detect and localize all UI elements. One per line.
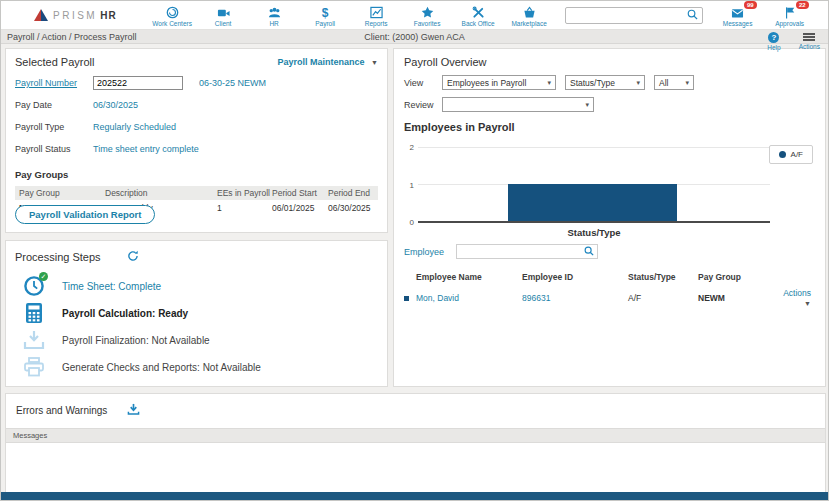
brand-hr: HR [100, 10, 116, 21]
view-select-grouping[interactable]: Status/Type▾ [565, 75, 645, 90]
employee-table-header: Employee Name Employee ID Status/Type Pa… [404, 272, 815, 282]
nav-item-hr[interactable]: HR [249, 4, 300, 27]
employee-search-input[interactable] [460, 247, 584, 257]
pay-date-label: Pay Date [15, 100, 93, 110]
nav-label: Marketplace [511, 20, 546, 27]
step-label: Generate Checks and Reports: Not Availab… [62, 362, 261, 373]
legend-dot [779, 151, 786, 158]
help-button[interactable]: ? Help [767, 32, 780, 51]
errors-warnings-panel: Errors and Warnings Messages [5, 393, 826, 493]
nav-item-work-centers[interactable]: Work Centers [147, 4, 198, 27]
gridline [418, 147, 770, 148]
brand-prism: PRISM [53, 10, 97, 21]
nav-item-back-office[interactable]: Back Office [453, 4, 504, 27]
favorites-star-icon [421, 6, 434, 19]
nav-label: Reports [365, 20, 388, 27]
help-icon: ? [768, 32, 779, 43]
nav-item-favorites[interactable]: Favorites [402, 4, 453, 27]
hamburger-icon [803, 32, 815, 42]
approvals-flag-icon [784, 6, 796, 19]
profile-button[interactable]: Profile [821, 4, 829, 27]
chevron-down-icon: ▾ [585, 101, 589, 109]
work-centers-icon [166, 6, 179, 19]
nav-item-client[interactable]: Client [198, 4, 249, 27]
employee-name-link[interactable]: Mon, David [416, 293, 522, 303]
payroll-status-label: Payroll Status [15, 144, 93, 154]
check-icon: ✓ [39, 272, 48, 281]
payroll-number-suffix: 06-30-25 NEWM [199, 78, 266, 88]
employee-row: Mon, David 896631 A/F NEWM Actions ▼ [404, 288, 815, 308]
actions-menu-button[interactable]: Actions [799, 32, 820, 51]
printer-icon [21, 356, 47, 378]
nav-label: Payroll [315, 20, 335, 27]
row-actions-menu[interactable]: Actions ▼ [770, 288, 815, 308]
prismhr-triangle-icon [34, 9, 48, 21]
errors-warnings-title: Errors and Warnings [16, 405, 107, 416]
primary-nav: Work Centers Client HR $ Payroll Reports… [147, 4, 555, 27]
global-search-input[interactable] [570, 10, 687, 20]
marketplace-basket-icon [523, 6, 536, 19]
nav-label: Work Centers [152, 20, 192, 27]
payroll-overview-title: Payroll Overview [404, 56, 815, 68]
y-tick: 0 [404, 218, 414, 227]
nav-label: Messages [723, 20, 753, 27]
column-header: Period End [328, 188, 386, 198]
payroll-number-link[interactable]: Payroll Number [15, 78, 93, 88]
chevron-down-icon: ▾ [547, 79, 551, 87]
nav-label: Client [215, 20, 232, 27]
approvals-button[interactable]: 22 Approvals [769, 4, 811, 27]
step-time-sheet[interactable]: ✓ Time Sheet: Complete [15, 279, 378, 293]
actions-label: Actions [799, 43, 820, 50]
search-icon[interactable] [584, 246, 594, 258]
nav-item-payroll[interactable]: $ Payroll [300, 4, 351, 27]
messages-button[interactable]: 99 Messages [717, 4, 759, 27]
refresh-icon[interactable] [127, 248, 139, 266]
chart-title: Employees in Payroll [404, 121, 815, 133]
footer-bar [1, 492, 828, 500]
breadcrumb: Payroll / Action / Process Payroll [7, 32, 137, 42]
chart-x-axis-label: Status/Type [418, 227, 770, 238]
payroll-validation-report-button[interactable]: Payroll Validation Report [15, 205, 155, 224]
nav-item-marketplace[interactable]: Marketplace [504, 4, 555, 27]
chevron-down-icon: ▾ [685, 79, 689, 87]
pay-date-value: 06/30/2025 [93, 100, 138, 110]
review-label: Review [404, 100, 442, 110]
download-icon[interactable] [127, 401, 140, 419]
payroll-number-input[interactable] [93, 76, 183, 90]
legend-label: A/F [791, 150, 803, 159]
column-header: Employee Name [416, 272, 522, 282]
chart-legend[interactable]: A/F [769, 145, 813, 164]
finalize-download-icon [21, 329, 47, 351]
review-select[interactable]: ▾ [442, 97, 594, 112]
back-office-tools-icon [472, 6, 485, 19]
top-navbar: PRISM HR Work Centers Client HR $ Payrol… [1, 1, 828, 30]
step-payroll-calculation[interactable]: Payroll Calculation: Ready [15, 306, 378, 320]
messages-envelope-icon [731, 6, 744, 19]
y-tick: 1 [404, 181, 414, 190]
step-generate-checks: Generate Checks and Reports: Not Availab… [15, 360, 378, 374]
pay-groups-title: Pay Groups [15, 169, 378, 180]
prismhr-logo[interactable]: PRISM HR [34, 9, 117, 21]
employee-pay-group: NEWM [698, 293, 770, 303]
approvals-badge: 22 [796, 1, 809, 9]
nav-label: HR [269, 20, 278, 27]
global-search [565, 7, 703, 24]
view-select-primary[interactable]: Employees in Payroll▾ [442, 75, 556, 90]
client-icon [217, 6, 230, 19]
nav-label: Favorites [414, 20, 441, 27]
processing-steps-title: Processing Steps [15, 251, 101, 263]
step-label: Time Sheet: Complete [62, 281, 161, 292]
clock-icon: ✓ [21, 275, 47, 297]
nav-item-reports[interactable]: Reports [351, 4, 402, 27]
caret-down-icon: ▼ [804, 300, 811, 307]
hr-people-icon [268, 6, 281, 19]
search-icon[interactable] [687, 6, 698, 24]
nav-label: Approvals [775, 20, 804, 27]
chart-bar[interactable] [508, 184, 677, 221]
column-header: EEs in Payroll [217, 188, 272, 198]
page-actions: ? Help Actions [767, 32, 820, 51]
payroll-maintenance-link[interactable]: Payroll Maintenance ▼ [278, 57, 378, 67]
messages-header: Messages [6, 428, 825, 443]
chart-plot-area [418, 147, 770, 223]
view-select-filter[interactable]: All▾ [654, 75, 694, 90]
